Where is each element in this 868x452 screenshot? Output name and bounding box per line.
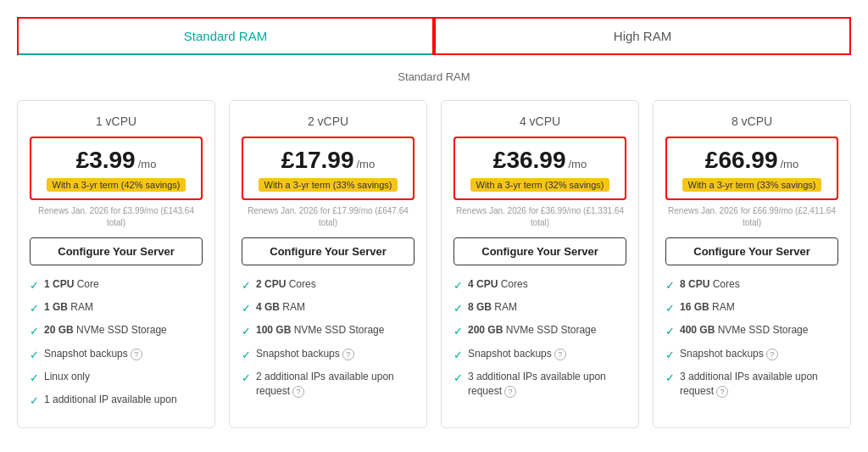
configure-button-plan-4vcpu[interactable]: Configure Your Server [453, 237, 626, 265]
price-box: £36.99 /mo With a 3-yr term (32% savings… [453, 137, 626, 200]
feature-item: ✓ 1 additional IP available upon [30, 393, 203, 409]
price-box: £66.99 /mo With a 3-yr term (33% savings… [665, 137, 838, 200]
help-icon[interactable]: ? [342, 349, 354, 360]
feature-item: ✓ 3 additional IPs available upon reques… [453, 370, 626, 399]
check-icon: ✓ [453, 371, 463, 386]
feature-text: Linux only [44, 370, 90, 384]
feature-text: 200 GB NVMe SSD Storage [468, 323, 596, 338]
tab-bar: Standard RAM High RAM [17, 17, 851, 55]
features-list-plan-1vcpu: ✓ 1 CPU Core ✓ 1 GB RAM ✓ 20 GB NVMe SSD… [30, 277, 203, 409]
plan-title: 8 vCPU [665, 114, 838, 128]
feature-item: ✓ Snapshot backups? [242, 347, 415, 363]
plan-title: 2 vCPU [242, 114, 415, 128]
check-icon: ✓ [453, 324, 463, 339]
plan-card-plan-2vcpu: 2 vCPU £17.99 /mo With a 3-yr term (33% … [229, 100, 427, 428]
features-list-plan-4vcpu: ✓ 4 CPU Cores ✓ 8 GB RAM ✓ 200 GB NVMe S… [453, 277, 626, 398]
feature-text: 1 CPU Core [44, 277, 99, 292]
features-list-plan-2vcpu: ✓ 2 CPU Cores ✓ 4 GB RAM ✓ 100 GB NVMe S… [242, 277, 415, 398]
feature-item: ✓ Snapshot backups? [453, 347, 626, 363]
price-main: £66.99 /mo [674, 147, 830, 174]
feature-item: ✓ 2 additional IPs available upon reques… [242, 370, 415, 399]
features-list-plan-8vcpu: ✓ 8 CPU Cores ✓ 16 GB RAM ✓ 400 GB NVMe … [665, 277, 838, 398]
feature-item: ✓ 100 GB NVMe SSD Storage [242, 323, 415, 339]
configure-button-plan-1vcpu[interactable]: Configure Your Server [30, 237, 203, 265]
feature-text: 400 GB NVMe SSD Storage [680, 323, 808, 338]
feature-item: ✓ Snapshot backups? [30, 347, 203, 363]
check-icon: ✓ [665, 348, 675, 363]
savings-badge: With a 3-yr term (42% savings) [47, 178, 186, 192]
renews-text: Renews Jan. 2026 for £66.99/mo (£2,411.6… [665, 205, 838, 229]
plan-title: 4 vCPU [453, 114, 626, 128]
savings-badge: With a 3-yr term (32% savings) [470, 178, 610, 192]
tab-high-ram[interactable]: High RAM [434, 17, 851, 55]
price-per: /mo [138, 158, 157, 170]
feature-text: 2 additional IPs available upon request? [256, 370, 415, 399]
check-icon: ✓ [665, 301, 675, 316]
feature-item: ✓ 2 CPU Cores [242, 277, 415, 293]
plan-card-plan-4vcpu: 4 vCPU £36.99 /mo With a 3-yr term (32% … [441, 100, 639, 428]
price-box: £17.99 /mo With a 3-yr term (33% savings… [242, 137, 415, 200]
feature-text: 3 additional IPs available upon request? [680, 370, 838, 399]
help-icon[interactable]: ? [716, 386, 728, 398]
feature-item: ✓ 20 GB NVMe SSD Storage [30, 323, 203, 339]
price-amount: £17.99 [281, 147, 354, 174]
check-icon: ✓ [665, 278, 675, 293]
feature-text: 8 GB RAM [468, 300, 517, 315]
feature-text: Snapshot backups? [44, 347, 142, 361]
feature-text: 16 GB RAM [680, 300, 735, 315]
check-icon: ✓ [30, 393, 39, 409]
cards-grid: 1 vCPU £3.99 /mo With a 3-yr term (42% s… [17, 100, 851, 428]
plan-card-plan-8vcpu: 8 vCPU £66.99 /mo With a 3-yr term (33% … [653, 100, 851, 428]
renews-text: Renews Jan. 2026 for £3.99/mo (£143.64 t… [30, 205, 203, 229]
feature-item: ✓ 400 GB NVMe SSD Storage [665, 323, 838, 339]
feature-text: Snapshot backups? [468, 347, 566, 361]
feature-text: 100 GB NVMe SSD Storage [256, 323, 384, 338]
check-icon: ✓ [30, 324, 39, 339]
tab-standard-ram[interactable]: Standard RAM [17, 17, 434, 55]
feature-text: 20 GB NVMe SSD Storage [44, 323, 167, 338]
feature-item: ✓ 1 GB RAM [30, 300, 203, 316]
help-icon[interactable]: ? [131, 349, 142, 360]
feature-text: 1 GB RAM [44, 300, 93, 315]
help-icon[interactable]: ? [292, 386, 304, 398]
feature-item: ✓ Linux only [30, 370, 203, 386]
configure-button-plan-2vcpu[interactable]: Configure Your Server [242, 237, 415, 265]
feature-text: 3 additional IPs available upon request? [468, 370, 626, 399]
check-icon: ✓ [30, 348, 39, 363]
price-main: £36.99 /mo [462, 147, 618, 174]
check-icon: ✓ [30, 301, 39, 316]
price-amount: £66.99 [705, 147, 778, 174]
feature-text: 4 CPU Cores [468, 277, 528, 292]
help-icon[interactable]: ? [766, 349, 778, 360]
configure-button-plan-8vcpu[interactable]: Configure Your Server [665, 237, 838, 265]
renews-text: Renews Jan. 2026 for £17.99/mo (£647.64 … [242, 205, 415, 229]
feature-item: ✓ 4 CPU Cores [453, 277, 626, 293]
price-amount: £3.99 [76, 147, 136, 174]
check-icon: ✓ [30, 278, 39, 293]
check-icon: ✓ [242, 278, 251, 293]
check-icon: ✓ [453, 278, 463, 293]
feature-text: 8 CPU Cores [680, 277, 740, 292]
help-icon[interactable]: ? [504, 386, 516, 398]
feature-text: 1 additional IP available upon [44, 393, 177, 407]
feature-text: 2 CPU Cores [256, 277, 316, 292]
feature-text: 4 GB RAM [256, 300, 305, 315]
check-icon: ✓ [453, 348, 463, 363]
check-icon: ✓ [665, 324, 675, 339]
feature-item: ✓ 8 CPU Cores [665, 277, 838, 293]
price-main: £3.99 /mo [38, 147, 194, 174]
plan-card-plan-1vcpu: 1 vCPU £3.99 /mo With a 3-yr term (42% s… [17, 100, 215, 428]
feature-text: Snapshot backups? [680, 347, 778, 361]
price-main: £17.99 /mo [250, 147, 406, 174]
check-icon: ✓ [242, 324, 251, 339]
help-icon[interactable]: ? [554, 349, 566, 360]
feature-item: ✓ 4 GB RAM [242, 300, 415, 316]
feature-item: ✓ 3 additional IPs available upon reques… [665, 370, 838, 399]
price-per: /mo [568, 158, 587, 170]
check-icon: ✓ [242, 371, 251, 386]
check-icon: ✓ [453, 301, 463, 316]
feature-item: ✓ 200 GB NVMe SSD Storage [453, 323, 626, 339]
feature-text: Snapshot backups? [256, 347, 354, 361]
price-per: /mo [780, 158, 798, 170]
renews-text: Renews Jan. 2026 for £36.99/mo (£1,331.6… [453, 205, 626, 229]
